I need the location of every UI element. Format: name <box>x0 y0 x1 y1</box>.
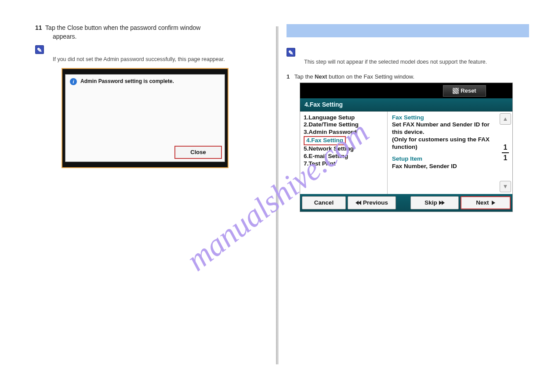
dialog-inner: i Admin Password setting is complete. Cl… <box>65 74 225 162</box>
list-item[interactable]: 2.Date/Time Setting <box>303 121 385 129</box>
setup-item-heading: Setup Item <box>392 155 495 163</box>
scroll-column: ▲ 1 1 ▼ <box>498 111 512 194</box>
reset-button[interactable]: Reset <box>443 85 486 97</box>
next-label: Next <box>476 199 489 206</box>
note-row: ✎ <box>35 45 264 54</box>
note-text: If you did not set the Admin password su… <box>53 56 264 64</box>
cancel-label: Cancel <box>314 199 334 206</box>
note-row-right: ✎ <box>287 48 533 57</box>
step-number: 11 <box>35 24 42 31</box>
close-button[interactable]: Close <box>174 146 222 159</box>
note-icon: ✎ <box>287 48 295 57</box>
column-divider <box>276 26 279 364</box>
reset-icon <box>453 88 459 94</box>
skip-button[interactable]: Skip <box>410 196 459 209</box>
reset-label: Reset <box>461 87 476 94</box>
cancel-button[interactable]: Cancel <box>302 196 346 209</box>
admin-password-dialog: i Admin Password setting is complete. Cl… <box>62 68 229 168</box>
info-icon: i <box>70 78 77 85</box>
desc-title: Fax Setting <box>392 114 495 122</box>
step-1-heading: 1 Tap the Next button on the Fax Setting… <box>287 73 533 80</box>
fraction-bar <box>502 152 509 153</box>
desc-body-2: (Only for customers using the FAX functi… <box>392 136 495 151</box>
section-title-bar <box>287 24 529 37</box>
page-current: 1 <box>502 144 509 151</box>
page-indicator: 1 1 <box>502 144 509 162</box>
step-1-number: 1 <box>287 73 290 80</box>
description-pane: Fax Setting Set FAX Number and Sender ID… <box>388 111 498 194</box>
list-item[interactable]: 7.Test Print <box>303 160 385 168</box>
desc-body-1: Set FAX Number and Sender ID for this de… <box>392 121 495 136</box>
fax-setting-panel: Reset 4.Fax Setting 1.Language Setup 2.D… <box>300 83 513 212</box>
step-11-heading: 11 Tap the Close button when the passwor… <box>35 24 264 31</box>
step-1-next-word: Next <box>315 73 327 80</box>
scroll-down-button[interactable]: ▼ <box>500 181 511 192</box>
scroll-up-button[interactable]: ▲ <box>500 113 511 125</box>
previous-button[interactable]: Previous <box>348 196 396 209</box>
list-item[interactable]: 1.Language Setup <box>303 114 385 122</box>
panel-footer: Cancel Previous Skip Next <box>300 194 512 212</box>
note-text-right: This step will not appear if the selecte… <box>304 58 533 66</box>
left-column: 11 Tap the Close button when the passwor… <box>35 24 264 173</box>
wizard-step-list: 1.Language Setup 2.Date/Time Setting 3.A… <box>300 111 387 194</box>
next-icon <box>492 201 495 205</box>
prev-icon <box>355 201 361 205</box>
dialog-message: Admin Password setting is complete. <box>80 78 174 84</box>
step-text-line2: appears. <box>53 33 264 40</box>
step-1-text-b: button on the Fax Setting window. <box>327 73 414 80</box>
step-1-text-a: Tap the <box>294 73 315 80</box>
step-text-line1: Tap the Close button when the password c… <box>45 24 200 31</box>
panel-topbar: Reset <box>300 83 512 98</box>
skip-icon <box>439 201 445 205</box>
setup-item-value: Fax Number, Sender ID <box>392 163 495 170</box>
dialog-message-row: i Admin Password setting is complete. <box>65 75 225 89</box>
list-item[interactable]: 5.Network Setting <box>303 145 385 153</box>
panel-body: 1.Language Setup 2.Date/Time Setting 3.A… <box>300 111 512 194</box>
page-total: 1 <box>502 154 509 162</box>
note-icon: ✎ <box>35 45 44 54</box>
right-column: ✎ This step will not appear if the selec… <box>287 24 533 216</box>
panel-title: 4.Fax Setting <box>300 98 512 111</box>
skip-label: Skip <box>424 199 437 206</box>
list-item[interactable]: 6.E-mail Setting <box>303 153 385 160</box>
previous-label: Previous <box>363 199 388 206</box>
list-item-selected[interactable]: 4.Fax Setting <box>304 136 346 145</box>
list-item[interactable]: 3.Admin Password <box>303 129 385 136</box>
next-button[interactable]: Next <box>461 196 511 209</box>
